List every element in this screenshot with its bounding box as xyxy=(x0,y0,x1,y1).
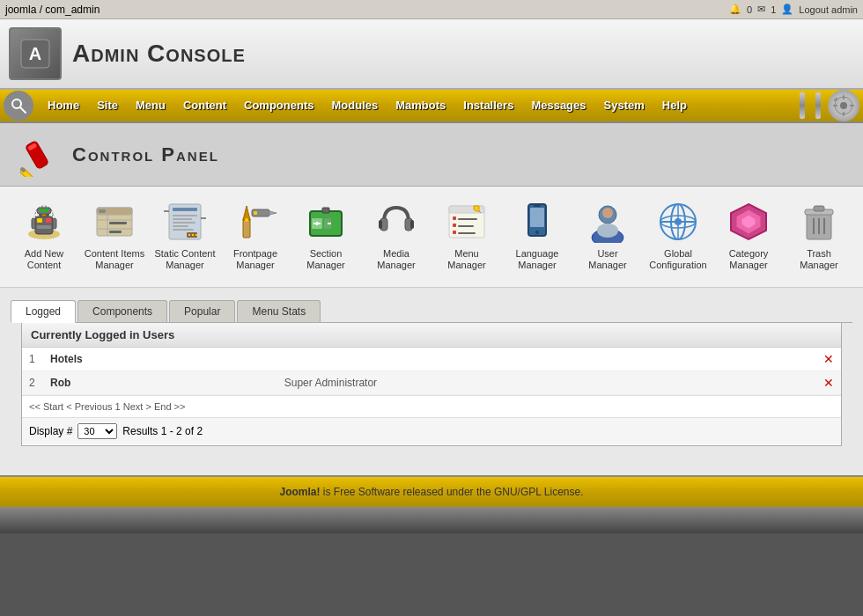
svg-rect-79 xyxy=(534,205,541,207)
nav-item-modules[interactable]: Modules xyxy=(322,89,387,122)
pagination-link[interactable]: End xyxy=(154,401,172,412)
static-content-manager-icon xyxy=(162,199,208,245)
header: A Admin Console xyxy=(0,19,863,90)
icon-language-manager[interactable]: Language Manager xyxy=(502,195,572,275)
nav-item-installers[interactable]: Installers xyxy=(454,89,522,122)
global-configuration-icon xyxy=(655,199,701,245)
admin-logo-icon: A xyxy=(18,36,53,71)
tab-popular[interactable]: Popular xyxy=(169,300,235,322)
svg-rect-37 xyxy=(173,208,197,211)
tab-menu-stats[interactable]: Menu Stats xyxy=(237,300,321,322)
svg-rect-64 xyxy=(379,220,382,229)
nav-right xyxy=(796,90,859,121)
nav-left: HomeSiteMenuContentComponentsModulesMamb… xyxy=(4,90,696,121)
pagination-link[interactable]: Start xyxy=(43,401,63,412)
icon-trash-manager[interactable]: Trash Manager xyxy=(784,195,854,275)
add-new-content-icon xyxy=(21,199,67,245)
svg-rect-70 xyxy=(453,224,456,227)
bottom-strip xyxy=(0,507,863,533)
svg-rect-19 xyxy=(46,218,51,223)
svg-rect-42 xyxy=(173,229,194,231)
logo-box: A xyxy=(9,27,62,80)
notification-icon: 🔔 xyxy=(729,4,741,15)
user-icon: 👤 xyxy=(781,4,793,15)
icon-label-category-manager: Category Manager xyxy=(729,248,769,271)
search-icon xyxy=(4,91,33,121)
pagination-link[interactable]: > xyxy=(145,401,151,412)
svg-rect-56 xyxy=(322,208,329,213)
nav-item-help[interactable]: Help xyxy=(653,89,696,122)
pagination-link[interactable]: < xyxy=(66,401,71,412)
icon-add-new-content[interactable]: Add New Content xyxy=(9,195,79,275)
icon-content-items-manager[interactable]: Content Items Manager xyxy=(79,195,150,275)
svg-marker-50 xyxy=(243,206,250,220)
icon-label-global-configuration: Global Configuration xyxy=(649,248,706,271)
icon-global-configuration[interactable]: Global Configuration xyxy=(643,195,713,275)
table-row: 1 Hotels ✕ xyxy=(22,348,841,371)
user-role: Super Administrator xyxy=(277,371,816,395)
svg-point-51 xyxy=(245,218,248,222)
message-icon: ✉ xyxy=(757,4,765,15)
logged-table: 1 Hotels ✕ 2 Rob Super Administrator ✕ xyxy=(22,348,841,395)
icon-user-manager[interactable]: User Manager xyxy=(572,195,643,275)
frontpage-manager-icon xyxy=(232,199,278,245)
svg-rect-69 xyxy=(458,218,477,220)
nav-item-content[interactable]: Content xyxy=(174,89,235,122)
category-manager-icon xyxy=(726,199,771,245)
admin-console-title: Admin Console xyxy=(72,40,246,68)
icon-category-manager[interactable]: Category Manager xyxy=(713,195,784,275)
svg-rect-72 xyxy=(453,231,456,234)
svg-point-78 xyxy=(535,231,539,234)
display-select[interactable]: 20 30 50 100 xyxy=(77,423,117,439)
logout-link[interactable]: Logout admin xyxy=(799,4,858,15)
nav-item-site[interactable]: Site xyxy=(88,89,127,122)
pagination-link[interactable]: Next xyxy=(123,401,144,412)
icon-frontpage-manager[interactable]: Frontpage Manager xyxy=(220,195,291,275)
svg-rect-41 xyxy=(173,225,188,227)
nav-items: HomeSiteMenuContentComponentsModulesMamb… xyxy=(39,89,696,122)
svg-point-5 xyxy=(840,102,847,109)
icon-media-manager[interactable]: Media Manager xyxy=(361,195,432,275)
icon-section-manager[interactable]: Section Manager xyxy=(291,195,361,275)
logged-tbody: 1 Hotels ✕ 2 Rob Super Administrator ✕ xyxy=(22,348,841,395)
page-1-link[interactable]: 1 xyxy=(115,401,121,412)
delete-user-button[interactable]: ✕ xyxy=(823,376,834,390)
control-panel-header: Control Panel xyxy=(0,123,863,187)
nav-item-components[interactable]: Components xyxy=(235,89,322,122)
tab-components[interactable]: Components xyxy=(77,300,167,322)
pagination-link[interactable]: << xyxy=(29,401,41,412)
svg-rect-47 xyxy=(192,234,194,236)
icon-label-content-items-manager: Content Items Manager xyxy=(85,248,144,271)
pagination-link[interactable]: >> xyxy=(174,401,186,412)
tab-logged[interactable]: Logged xyxy=(11,300,76,323)
svg-rect-95 xyxy=(814,206,824,211)
language-manager-icon xyxy=(514,199,560,245)
nav-item-messages[interactable]: Messages xyxy=(522,89,594,122)
control-panel-title: Control Panel xyxy=(72,143,219,166)
user-role xyxy=(277,348,816,371)
results-text: Results 1 - 2 of 2 xyxy=(122,425,203,437)
pagination-link[interactable]: Previous xyxy=(75,401,113,412)
trash-manager-icon xyxy=(796,199,842,245)
menu-manager-icon xyxy=(444,199,490,245)
icon-menu-manager[interactable]: Menu Manager xyxy=(432,195,502,275)
svg-rect-7 xyxy=(843,112,845,116)
icon-label-media-manager: Media Manager xyxy=(377,248,415,271)
svg-rect-22 xyxy=(53,218,56,229)
svg-rect-38 xyxy=(173,215,197,216)
nav-item-system[interactable]: System xyxy=(595,89,653,122)
top-bar-right: 🔔 0 ✉ 1 👤 Logout admin xyxy=(729,4,858,15)
footer-brand: Joomla! xyxy=(279,486,320,498)
nav-item-menu[interactable]: Menu xyxy=(127,89,174,122)
icon-label-static-content-manager: Static Content Manager xyxy=(154,248,215,271)
svg-text:A: A xyxy=(29,44,41,63)
svg-rect-39 xyxy=(173,218,192,220)
nav-item-mambots[interactable]: Mambots xyxy=(387,89,454,122)
svg-point-83 xyxy=(597,224,618,238)
nav-item-home[interactable]: Home xyxy=(39,89,88,122)
panel-title-bar: Currently Logged in Users xyxy=(22,323,841,348)
icon-static-content-manager[interactable]: Static Content Manager xyxy=(150,195,220,275)
navbar: HomeSiteMenuContentComponentsModulesMamb… xyxy=(0,90,863,123)
delete-user-button[interactable]: ✕ xyxy=(823,352,834,366)
gear-icon xyxy=(828,90,859,121)
